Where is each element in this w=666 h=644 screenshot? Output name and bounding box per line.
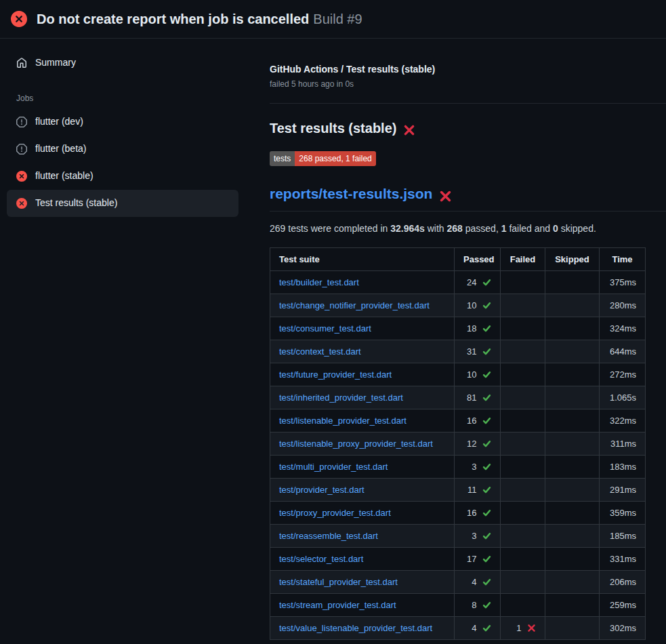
table-row: test/stateful_provider_test.dart4 206ms [270,571,646,594]
table-row: test/reassemble_test.dart3 185ms [270,525,646,548]
failed-cell [501,432,545,456]
report-file-link[interactable]: reports/test-results.json [270,184,432,203]
test-suite-link[interactable]: test/reassemble_test.dart [279,531,378,541]
test-suite-link[interactable]: test/value_listenable_provider_test.dart [279,623,432,633]
test-suite-link[interactable]: test/selector_test.dart [279,554,363,564]
table-row: test/listenable_provider_test.dart16 322… [270,409,646,432]
test-suite-link[interactable]: test/proxy_provider_test.dart [279,508,391,518]
test-suite-link[interactable]: test/stateful_provider_test.dart [279,577,398,587]
time-cell: 644ms [600,340,646,363]
failed-cell [501,340,545,363]
test-suite-link[interactable]: test/consumer_test.dart [279,323,371,334]
sidebar-item-summary[interactable]: Summary [7,49,238,77]
passed-cell: 4 [455,571,501,594]
passed-cell: 17 [455,548,501,571]
sidebar-item-flutter-beta[interactable]: flutter (beta) [7,136,238,163]
check-icon [482,301,491,310]
check-icon [482,439,491,448]
section-title: Test results (stable) [270,119,666,138]
test-suite-cell: test/context_test.dart [270,340,455,363]
run-meta: failed 5 hours ago in 0s [270,79,666,90]
cross-icon [527,624,536,632]
skipped-cell [545,502,600,525]
sidebar-item-flutter-stable[interactable]: flutter (stable) [7,163,238,190]
table-row: test/provider_test.dart11 291ms [270,479,646,502]
failed-cell [501,548,545,571]
test-suite-cell: test/change_notifier_provider_test.dart [270,294,455,317]
failed-cell [501,456,545,479]
failed-cell: 1 [501,617,545,640]
table-row: test/selector_test.dart17 331ms [270,548,646,571]
test-suite-link[interactable]: test/change_notifier_provider_test.dart [279,300,430,310]
sidebar-item-label: flutter (dev) [35,115,83,129]
failed-x-icon [439,188,452,201]
test-suite-link[interactable]: test/builder_test.dart [279,277,359,287]
test-suite-cell: test/stateful_provider_test.dart [270,571,455,594]
test-suite-cell: test/future_provider_test.dart [270,363,455,386]
test-suite-link[interactable]: test/listenable_provider_test.dart [279,416,407,426]
test-results-table: Test suite Passed Failed Skipped Time te… [270,247,646,640]
page-title: Do not create report when job is cancell… [37,9,362,28]
test-suite-link[interactable]: test/stream_provider_test.dart [279,600,396,610]
time-cell: 375ms [600,271,646,294]
passed-cell: 16 [455,409,501,432]
passed-cell: 12 [455,432,501,456]
section-title-text: Test results (stable) [270,119,396,138]
sidebar-item-test-results-stable[interactable]: Test results (stable) [7,190,238,217]
test-suite-cell: test/multi_provider_test.dart [270,456,455,479]
failed-cell [501,502,545,525]
table-row: test/change_notifier_provider_test.dart1… [270,294,646,317]
skipped-cell [545,363,600,386]
skipped-cell [545,340,600,363]
run-title: Do not create report when job is cancell… [37,12,309,26]
table-row: test/value_listenable_provider_test.dart… [270,617,646,640]
test-suite-link[interactable]: test/context_test.dart [279,346,361,357]
test-suite-cell: test/listenable_provider_test.dart [270,409,455,432]
test-suite-link[interactable]: test/multi_provider_test.dart [279,462,388,472]
test-suite-cell: test/inherited_provider_test.dart [270,386,455,409]
check-icon [482,555,491,563]
skipped-cell [545,409,600,432]
table-row: test/stream_provider_test.dart8 259ms [270,594,646,617]
col-time: Time [600,248,646,271]
failed-cell [501,409,545,432]
time-cell: 302ms [600,617,646,640]
summary-prefix: 269 tests were completed in [270,223,390,234]
skipped-cell [545,386,600,409]
cancelled-icon [16,144,27,155]
check-icon [482,531,491,540]
time-cell: 311ms [600,432,646,456]
check-icon [482,578,491,586]
time-cell: 272ms [600,363,646,386]
failed-cell [501,479,545,502]
skipped-cell [545,294,600,317]
test-suite-link[interactable]: test/listenable_proxy_provider_test.dart [279,439,433,449]
time-cell: 291ms [600,479,646,502]
test-suite-link[interactable]: test/provider_test.dart [279,485,365,495]
test-suite-cell: test/builder_test.dart [270,271,455,294]
failed-cell [501,571,545,594]
time-cell: 185ms [600,525,646,548]
main-content: GitHub Actions / Test results (stable) f… [245,39,666,644]
skipped-cell [545,479,600,502]
home-icon [16,58,27,68]
passed-cell: 8 [455,594,501,617]
test-suite-cell: test/value_listenable_provider_test.dart [270,617,455,640]
passed-cell: 10 [455,294,501,317]
sidebar-item-label: Test results (stable) [35,197,117,210]
sidebar-item-label: flutter (stable) [35,169,93,183]
time-cell: 331ms [600,548,646,571]
breadcrumb: GitHub Actions / Test results (stable) [270,63,666,77]
time-cell: 183ms [600,456,646,479]
skipped-cell [545,317,600,340]
sidebar-item-flutter-dev[interactable]: flutter (dev) [7,108,238,136]
test-suite-cell: test/consumer_test.dart [270,317,455,340]
check-icon [482,508,491,517]
passed-cell: 31 [455,340,501,363]
table-row: test/context_test.dart31 644ms [270,340,646,363]
time-cell: 359ms [600,502,646,525]
test-suite-link[interactable]: test/future_provider_test.dart [279,369,392,380]
failed-cell [501,386,545,409]
test-suite-link[interactable]: test/inherited_provider_test.dart [279,393,403,403]
test-suite-cell: test/provider_test.dart [270,479,455,502]
